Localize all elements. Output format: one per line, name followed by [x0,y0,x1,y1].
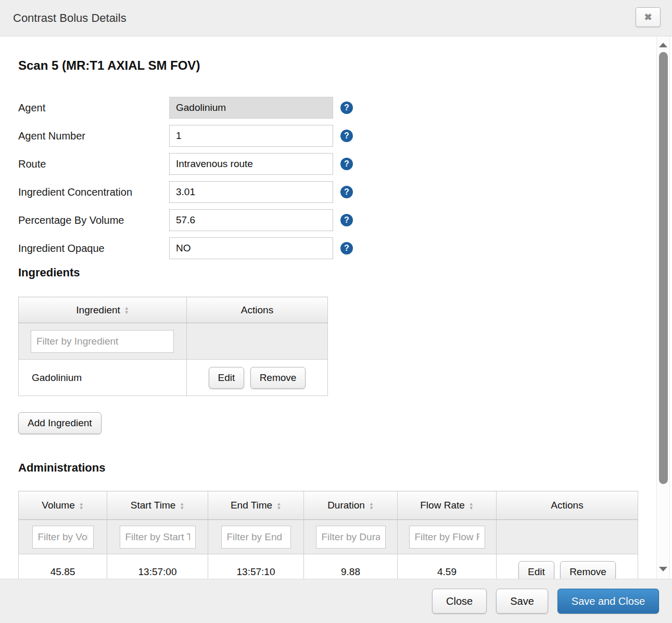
volume-cell: 45.85 [19,554,107,579]
agent-number-label: Agent Number [18,130,169,142]
agent-label: Agent [18,102,169,114]
ingredient-table-row: Gadolinium Edit Remove [19,360,328,396]
edit-ingredient-button[interactable]: Edit [209,367,245,389]
end-time-column-header[interactable]: End Time▲▼ [208,491,304,520]
dialog-title: Contrast Bolus Details [13,11,126,25]
scroll-up-icon[interactable] [659,43,667,47]
scroll-down-icon[interactable] [659,567,667,571]
form-row-ingredient-concentration: Ingredient Concentration ? [18,181,638,203]
dialog-close-button[interactable]: ✖ [636,7,661,27]
form-row-agent: Agent ? [18,97,638,119]
agent-number-field[interactable] [169,125,333,147]
administrations-filter-row [19,520,638,554]
flow-rate-cell: 4.59 [398,554,497,579]
administrations-header-row: Volume▲▼ Start Time▲▼ End Time▲▼ Duratio… [19,491,638,520]
agent-number-help-icon[interactable]: ? [340,130,353,142]
contrast-form: Agent ? Agent Number ? Route ? Ingredien… [18,97,638,259]
percentage-by-volume-label: Percentage By Volume [18,214,169,226]
scrollbar-thumb[interactable] [659,52,668,484]
administration-actions-column-header: Actions [497,491,638,520]
start-time-filter-input[interactable] [120,526,196,549]
volume-filter-input[interactable] [32,526,94,549]
agent-field[interactable] [169,97,333,119]
ingredient-opaque-label: Ingredient Opaque [18,243,169,255]
start-time-cell: 13:57:00 [107,554,208,579]
remove-administration-button[interactable]: Remove [560,561,616,579]
ingredient-opaque-field[interactable] [169,237,333,259]
dialog-header: Contrast Bolus Details ✖ [0,0,672,36]
contrast-bolus-dialog: Contrast Bolus Details ✖ Scan 5 (MR:T1 A… [0,0,672,623]
percentage-by-volume-field[interactable] [169,209,333,231]
save-and-close-button[interactable]: Save and Close [557,589,659,614]
close-button[interactable]: Close [432,589,487,614]
form-row-ingredient-opaque: Ingredient Opaque ? [18,237,638,259]
ingredients-heading: Ingredients [18,265,638,280]
flow-rate-filter-input[interactable] [409,526,485,549]
route-help-icon[interactable]: ? [340,158,353,170]
route-label: Route [18,158,169,170]
sort-icon: ▲▼ [369,502,374,510]
dialog-footer: Close Save Save and Close [0,579,672,623]
save-button[interactable]: Save [496,589,548,614]
scan-heading: Scan 5 (MR:T1 AXIAL SM FOV) [18,58,638,73]
ingredients-table: Ingredient▲▼ Actions Gadolinium Edit Rem… [18,297,328,396]
sort-icon: ▲▼ [469,502,474,510]
end-time-cell: 13:57:10 [208,554,304,579]
sort-icon: ▲▼ [124,306,129,314]
end-time-filter-input[interactable] [221,526,291,549]
administration-table-row: 45.85 13:57:00 13:57:10 9.88 4.59 Edit R… [19,554,638,579]
form-row-route: Route ? [18,153,638,175]
ingredient-name-cell: Gadolinium [19,360,187,396]
ingredient-concentration-field[interactable] [169,181,333,203]
duration-filter-input[interactable] [316,526,386,549]
edit-administration-button[interactable]: Edit [518,561,554,579]
ingredient-concentration-help-icon[interactable]: ? [340,186,353,198]
route-field[interactable] [169,153,333,175]
sort-icon: ▲▼ [180,502,184,510]
ingredient-actions-column-header: Actions [187,297,328,323]
start-time-column-header[interactable]: Start Time▲▼ [107,491,208,520]
duration-column-header[interactable]: Duration▲▼ [304,491,398,520]
ingredient-column-header[interactable]: Ingredient▲▼ [19,297,187,323]
remove-ingredient-button[interactable]: Remove [250,367,306,389]
flow-rate-column-header[interactable]: Flow Rate▲▼ [398,491,497,520]
percentage-by-volume-help-icon[interactable]: ? [340,214,353,226]
form-row-agent-number: Agent Number ? [18,125,638,147]
ingredient-opaque-help-icon[interactable]: ? [340,242,353,255]
ingredients-header-row: Ingredient▲▼ Actions [19,297,328,323]
add-ingredient-button[interactable]: Add Ingredient [18,412,102,434]
sort-icon: ▲▼ [276,502,281,510]
ingredient-concentration-label: Ingredient Concentration [18,186,169,198]
dialog-body: Scan 5 (MR:T1 AXIAL SM FOV) Agent ? Agen… [0,36,672,579]
close-icon: ✖ [644,11,652,23]
form-row-percentage-by-volume: Percentage By Volume ? [18,209,638,231]
agent-help-icon[interactable]: ? [340,101,353,114]
administrations-table: Volume▲▼ Start Time▲▼ End Time▲▼ Duratio… [18,491,638,579]
ingredients-filter-row [19,323,328,360]
volume-column-header[interactable]: Volume▲▼ [19,491,107,520]
administrations-heading: Administrations [18,461,638,475]
modal-scrollbar[interactable] [656,36,670,579]
ingredient-filter-input[interactable] [31,330,174,353]
sort-icon: ▲▼ [79,502,84,510]
duration-cell: 9.88 [304,554,398,579]
